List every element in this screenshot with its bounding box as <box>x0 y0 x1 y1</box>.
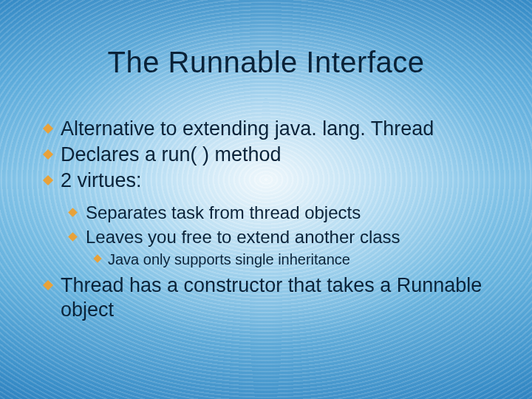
slide-body: Alternative to extending java. lang. Thr… <box>43 117 502 324</box>
bullet-level1: Alternative to extending java. lang. Thr… <box>43 117 502 141</box>
bullet-level2: Leaves you free to extend another class <box>68 226 502 249</box>
slide-title: The Runnable Interface <box>0 46 532 79</box>
bullet-level1: 2 virtues: <box>43 168 502 193</box>
bullet-level3: Java only supports single inheritance <box>93 250 502 269</box>
slide: The Runnable Interface Alternative to ex… <box>0 0 532 399</box>
bullet-level1: Declares a run( ) method <box>43 143 502 167</box>
bullet-level2: Separates task from thread objects <box>68 202 502 225</box>
bullet-level1: Thread has a constructor that takes a Ru… <box>43 273 502 322</box>
